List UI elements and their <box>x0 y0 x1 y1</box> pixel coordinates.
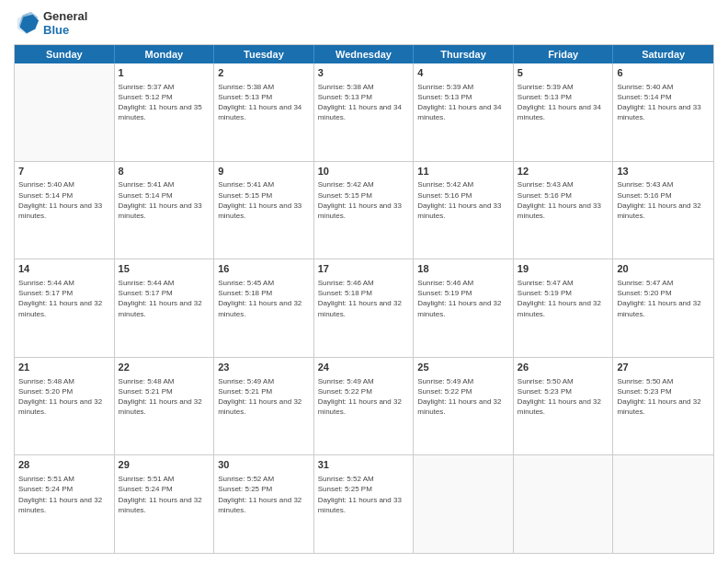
calendar-week-4: 21 Sunrise: 5:48 AM Sunset: 5:20 PM Dayl… <box>15 357 713 455</box>
calendar-cell: 4 Sunrise: 5:39 AM Sunset: 5:13 PM Dayli… <box>414 63 514 161</box>
calendar-cell: 23 Sunrise: 5:49 AM Sunset: 5:21 PM Dayl… <box>214 358 314 455</box>
page: General Blue SundayMondayTuesdayWednesda… <box>0 0 728 563</box>
day-number: 18 <box>417 262 509 276</box>
cell-info: Sunrise: 5:49 AM Sunset: 5:22 PM Dayligh… <box>417 376 509 418</box>
day-header-thursday: Thursday <box>414 45 514 63</box>
cell-info: Sunrise: 5:46 AM Sunset: 5:19 PM Dayligh… <box>417 278 509 319</box>
calendar-cell: 20 Sunrise: 5:47 AM Sunset: 5:20 PM Dayl… <box>613 259 713 357</box>
calendar-cell: 24 Sunrise: 5:49 AM Sunset: 5:22 PM Dayl… <box>314 358 415 455</box>
calendar-cell: 21 Sunrise: 5:48 AM Sunset: 5:20 PM Dayl… <box>15 358 115 455</box>
cell-info: Sunrise: 5:39 AM Sunset: 5:13 PM Dayligh… <box>518 82 609 123</box>
calendar-cell: 13 Sunrise: 5:43 AM Sunset: 5:16 PM Dayl… <box>613 162 713 259</box>
day-number: 15 <box>119 262 210 276</box>
day-header-sunday: Sunday <box>15 45 115 63</box>
day-number: 12 <box>518 165 609 178</box>
cell-info: Sunrise: 5:52 AM Sunset: 5:25 PM Dayligh… <box>318 474 410 515</box>
calendar-cell: 9 Sunrise: 5:41 AM Sunset: 5:15 PM Dayli… <box>214 162 314 259</box>
cell-info: Sunrise: 5:43 AM Sunset: 5:16 PM Dayligh… <box>518 179 609 221</box>
calendar-cell <box>414 455 514 553</box>
calendar-cell: 3 Sunrise: 5:38 AM Sunset: 5:13 PM Dayli… <box>314 63 415 161</box>
calendar-cell: 30 Sunrise: 5:52 AM Sunset: 5:25 PM Dayl… <box>214 455 314 553</box>
calendar-week-1: 1 Sunrise: 5:37 AM Sunset: 5:12 PM Dayli… <box>15 63 713 161</box>
calendar-cell: 15 Sunrise: 5:44 AM Sunset: 5:17 PM Dayl… <box>115 259 215 357</box>
cell-info: Sunrise: 5:47 AM Sunset: 5:19 PM Dayligh… <box>518 278 609 319</box>
logo-text: General Blue <box>43 9 87 37</box>
day-number: 7 <box>18 165 110 178</box>
calendar-cell: 22 Sunrise: 5:48 AM Sunset: 5:21 PM Dayl… <box>115 358 215 455</box>
logo: General Blue <box>14 9 87 37</box>
day-number: 10 <box>318 165 410 178</box>
cell-info: Sunrise: 5:45 AM Sunset: 5:18 PM Dayligh… <box>218 278 310 319</box>
day-number: 3 <box>318 66 410 80</box>
day-header-friday: Friday <box>514 45 614 63</box>
day-number: 21 <box>18 361 110 374</box>
day-number: 1 <box>119 66 210 80</box>
cell-info: Sunrise: 5:44 AM Sunset: 5:17 PM Dayligh… <box>18 278 110 319</box>
cell-info: Sunrise: 5:44 AM Sunset: 5:17 PM Dayligh… <box>119 278 210 319</box>
calendar-cell: 25 Sunrise: 5:49 AM Sunset: 5:22 PM Dayl… <box>414 358 514 455</box>
cell-info: Sunrise: 5:49 AM Sunset: 5:22 PM Dayligh… <box>318 376 410 418</box>
day-number: 14 <box>18 262 110 276</box>
calendar-cell <box>514 455 614 553</box>
cell-info: Sunrise: 5:48 AM Sunset: 5:21 PM Dayligh… <box>119 376 210 418</box>
calendar-cell: 27 Sunrise: 5:50 AM Sunset: 5:23 PM Dayl… <box>613 358 713 455</box>
day-number: 27 <box>617 361 710 374</box>
cell-info: Sunrise: 5:39 AM Sunset: 5:13 PM Dayligh… <box>417 82 509 123</box>
calendar-cell: 26 Sunrise: 5:50 AM Sunset: 5:23 PM Dayl… <box>514 358 614 455</box>
day-header-monday: Monday <box>115 45 215 63</box>
day-number: 13 <box>617 165 710 178</box>
calendar-cell: 31 Sunrise: 5:52 AM Sunset: 5:25 PM Dayl… <box>314 455 415 553</box>
day-number: 29 <box>119 458 210 472</box>
day-number: 11 <box>417 165 509 178</box>
day-header-wednesday: Wednesday <box>314 45 415 63</box>
calendar-cell: 19 Sunrise: 5:47 AM Sunset: 5:19 PM Dayl… <box>514 259 614 357</box>
day-number: 6 <box>617 66 710 80</box>
logo-icon <box>14 10 40 36</box>
calendar-body: 1 Sunrise: 5:37 AM Sunset: 5:12 PM Dayli… <box>15 63 713 553</box>
calendar-cell: 1 Sunrise: 5:37 AM Sunset: 5:12 PM Dayli… <box>115 63 215 161</box>
calendar-cell: 12 Sunrise: 5:43 AM Sunset: 5:16 PM Dayl… <box>514 162 614 259</box>
day-header-tuesday: Tuesday <box>214 45 314 63</box>
calendar-week-2: 7 Sunrise: 5:40 AM Sunset: 5:14 PM Dayli… <box>15 161 713 259</box>
calendar-cell: 17 Sunrise: 5:46 AM Sunset: 5:18 PM Dayl… <box>314 259 415 357</box>
cell-info: Sunrise: 5:42 AM Sunset: 5:15 PM Dayligh… <box>318 179 410 221</box>
calendar-cell: 6 Sunrise: 5:40 AM Sunset: 5:14 PM Dayli… <box>613 63 713 161</box>
day-number: 22 <box>119 361 210 374</box>
calendar-cell <box>613 455 713 553</box>
calendar-cell: 10 Sunrise: 5:42 AM Sunset: 5:15 PM Dayl… <box>314 162 415 259</box>
cell-info: Sunrise: 5:38 AM Sunset: 5:13 PM Dayligh… <box>318 82 410 123</box>
cell-info: Sunrise: 5:51 AM Sunset: 5:24 PM Dayligh… <box>18 474 110 515</box>
day-number: 9 <box>218 165 310 178</box>
cell-info: Sunrise: 5:41 AM Sunset: 5:15 PM Dayligh… <box>218 179 310 221</box>
cell-info: Sunrise: 5:40 AM Sunset: 5:14 PM Dayligh… <box>617 82 710 123</box>
calendar-cell: 11 Sunrise: 5:42 AM Sunset: 5:16 PM Dayl… <box>414 162 514 259</box>
cell-info: Sunrise: 5:50 AM Sunset: 5:23 PM Dayligh… <box>617 376 710 418</box>
calendar-cell: 29 Sunrise: 5:51 AM Sunset: 5:24 PM Dayl… <box>115 455 215 553</box>
cell-info: Sunrise: 5:43 AM Sunset: 5:16 PM Dayligh… <box>617 179 710 221</box>
calendar-cell: 7 Sunrise: 5:40 AM Sunset: 5:14 PM Dayli… <box>15 162 115 259</box>
day-number: 8 <box>119 165 210 178</box>
calendar-week-5: 28 Sunrise: 5:51 AM Sunset: 5:24 PM Dayl… <box>15 454 713 553</box>
day-number: 23 <box>218 361 310 374</box>
calendar-cell: 28 Sunrise: 5:51 AM Sunset: 5:24 PM Dayl… <box>15 455 115 553</box>
day-number: 2 <box>218 66 310 80</box>
cell-info: Sunrise: 5:50 AM Sunset: 5:23 PM Dayligh… <box>518 376 609 418</box>
day-number: 28 <box>18 458 110 472</box>
day-number: 25 <box>417 361 509 374</box>
day-number: 20 <box>617 262 710 276</box>
cell-info: Sunrise: 5:42 AM Sunset: 5:16 PM Dayligh… <box>417 179 509 221</box>
calendar-cell: 16 Sunrise: 5:45 AM Sunset: 5:18 PM Dayl… <box>214 259 314 357</box>
day-number: 17 <box>318 262 410 276</box>
cell-info: Sunrise: 5:37 AM Sunset: 5:12 PM Dayligh… <box>119 82 210 123</box>
calendar: SundayMondayTuesdayWednesdayThursdayFrid… <box>14 44 714 554</box>
day-number: 19 <box>518 262 609 276</box>
day-number: 26 <box>518 361 609 374</box>
calendar-header: SundayMondayTuesdayWednesdayThursdayFrid… <box>15 45 713 63</box>
calendar-cell: 5 Sunrise: 5:39 AM Sunset: 5:13 PM Dayli… <box>514 63 614 161</box>
calendar-cell <box>15 63 115 161</box>
cell-info: Sunrise: 5:52 AM Sunset: 5:25 PM Dayligh… <box>218 474 310 515</box>
cell-info: Sunrise: 5:49 AM Sunset: 5:21 PM Dayligh… <box>218 376 310 418</box>
day-number: 16 <box>218 262 310 276</box>
day-number: 4 <box>417 66 509 80</box>
cell-info: Sunrise: 5:41 AM Sunset: 5:14 PM Dayligh… <box>119 179 210 221</box>
